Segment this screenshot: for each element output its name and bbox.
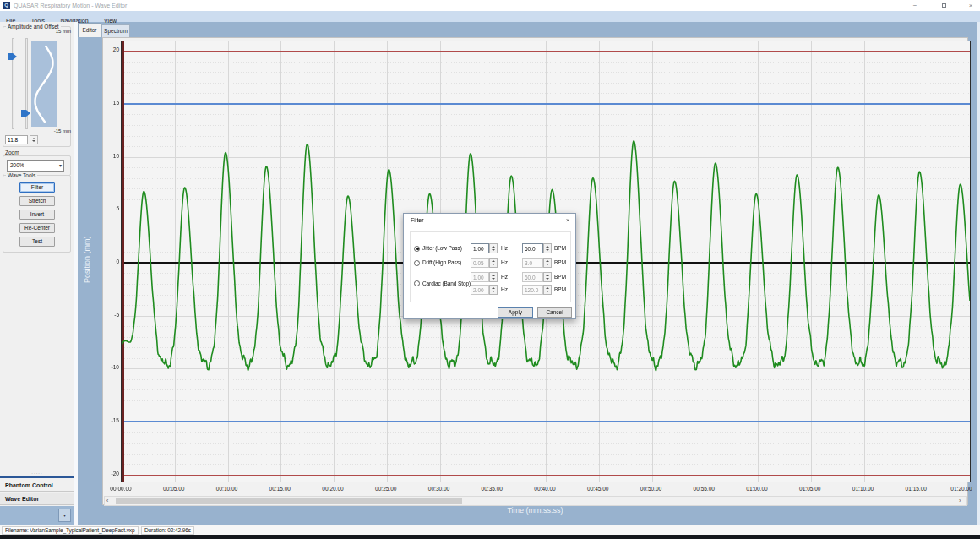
y-tick-label: 0 [103,259,119,264]
amplitude-offset-group: Amplitude and Offset 15 mm -15 mm [3,26,71,147]
maximize-icon [942,3,946,8]
y-tick-label: 5 [103,205,119,211]
bpm-unit-label: BPM [554,245,566,251]
x-tick-label: 00:40.00 [528,486,562,492]
x-tick-label: 01:15.00 [899,486,933,492]
drift-radio[interactable] [414,260,420,266]
apply-button[interactable]: Apply [498,307,533,318]
x-tick-label: 00:10.00 [210,486,244,492]
amplitude-slider-track[interactable] [12,38,14,129]
vertical-splitter[interactable] [74,22,78,525]
hz-unit-label: Hz [501,245,508,251]
x-tick-label: 00:15.00 [263,486,297,492]
jitter-bpm-spinner[interactable] [543,243,552,253]
jitter-radio[interactable] [414,246,420,252]
status-bar: Filename: VarianSample_TypicalPatient_De… [0,525,980,535]
horizontal-scrollbar[interactable]: ‹ › [104,496,967,506]
bpm-unit-label: BPM [554,286,566,292]
zoom-value: 200% [10,162,24,168]
offset-spinner[interactable] [30,135,38,144]
amplitude-max-label: 15 mm [44,29,71,34]
y-tick-label: -15 [103,417,119,423]
spinner-down-icon[interactable] [32,140,35,142]
scrollbar-thumb[interactable] [116,498,462,504]
preview-sine-curve [35,46,53,122]
jitter-label: Jitter (Low Pass) [422,245,462,251]
amplitude-slider-thumb[interactable] [8,53,17,60]
scroll-right-icon[interactable]: › [959,497,961,505]
close-button[interactable]: × [961,0,980,11]
drift-bpm-input[interactable] [522,258,543,268]
panel-stack-footer: ▾ [0,506,74,525]
maximize-button[interactable] [934,0,953,11]
sidebar: Amplitude and Offset 15 mm -15 mm Zoom 2… [0,22,74,525]
y-tick-label: -10 [103,364,119,370]
dialog-close-button[interactable]: × [562,215,574,226]
cardiac-radio[interactable] [414,280,420,286]
invert-button[interactable]: Invert [19,210,55,220]
app-window: Q QUASAR Respiratory Motion - Wave Edito… [0,0,980,539]
drift-label: Drift (High Pass) [422,259,461,265]
minimize-button[interactable]: − [906,0,924,11]
menu-bar: File Tools Navigation View [0,11,980,22]
offset-value-input[interactable] [5,135,28,144]
x-tick-label: 00:25.00 [369,486,403,492]
cardiac-low-bpm-spinner[interactable] [543,272,552,282]
wave-editor-panel-header[interactable]: Wave Editor [0,493,74,505]
app-icon: Q [3,2,10,9]
x-tick-label: 00:45.00 [581,486,615,492]
window-title: QUASAR Respiratory Motion - Wave Editor [14,0,127,11]
wave-preview [31,41,57,127]
hz-unit-label: Hz [501,286,508,292]
jitter-bpm-input[interactable] [522,243,543,253]
drift-hz-spinner[interactable] [489,258,498,268]
cardiac-low-bpm-input[interactable] [522,272,543,282]
scroll-left-icon[interactable]: ‹ [106,497,108,505]
x-tick-label: 01:20.00 [945,486,978,492]
y-tick-label: 20 [103,46,119,52]
panel-options-button[interactable]: ▾ [58,509,71,522]
filter-button[interactable]: Filter [19,182,55,193]
x-tick-label: 00:00.00 [104,486,138,492]
y-axis-title: Position (mm) [81,40,93,480]
hz-unit-label: Hz [501,274,508,280]
tab-spectrum[interactable]: Spectrum [101,24,130,37]
tab-editor[interactable]: Editor [78,23,101,37]
wave-tools-label: Wave Tools [6,172,37,178]
x-tick-label: 00:20.00 [316,486,350,492]
title-bar: Q QUASAR Respiratory Motion - Wave Edito… [0,0,980,11]
zoom-select[interactable]: 200% ▾ [7,160,64,172]
wave-tools-group: Wave Tools Filter Stretch Invert Re-Cent… [3,175,71,253]
cardiac-low-hz-input[interactable] [471,272,489,282]
spinner-up-icon[interactable] [32,138,35,139]
offset-slider-thumb[interactable] [21,110,30,117]
dialog-title: Filter [411,217,424,223]
panel-divider [0,476,74,478]
cancel-button[interactable]: Cancel [537,307,572,318]
cardiac-high-hz-spinner[interactable] [489,285,498,295]
cardiac-label: Cardiac (Band Stop) [422,280,471,286]
x-tick-label: 00:05.00 [157,486,191,492]
drift-hz-input[interactable] [471,258,489,268]
y-tick-label: -20 [103,471,119,476]
test-button[interactable]: Test [19,237,55,247]
recenter-button[interactable]: Re-Center [19,223,55,233]
chevron-down-icon: ▾ [59,161,62,171]
y-tick-label: 10 [103,153,119,159]
stretch-button[interactable]: Stretch [19,196,55,206]
cardiac-high-bpm-input[interactable] [522,285,543,295]
cardiac-high-bpm-spinner[interactable] [543,285,552,295]
y-tick-label: -5 [103,312,119,318]
x-tick-label: 00:35.00 [475,486,509,492]
panel-splitter-handle[interactable]: ····· [0,471,74,476]
phantom-control-panel-header[interactable]: Phantom Control [0,479,74,492]
cardiac-high-hz-input[interactable] [471,285,489,295]
drift-bpm-spinner[interactable] [543,258,552,268]
amplitude-min-label: -15 mm [42,128,71,133]
jitter-hz-spinner[interactable] [489,243,498,253]
jitter-hz-input[interactable] [471,243,489,253]
zoom-label: Zoom [5,150,19,155]
status-filename: Filename: VarianSample_TypicalPatient_De… [2,526,139,535]
cardiac-low-hz-spinner[interactable] [489,272,498,282]
bpm-unit-label: BPM [554,259,566,265]
